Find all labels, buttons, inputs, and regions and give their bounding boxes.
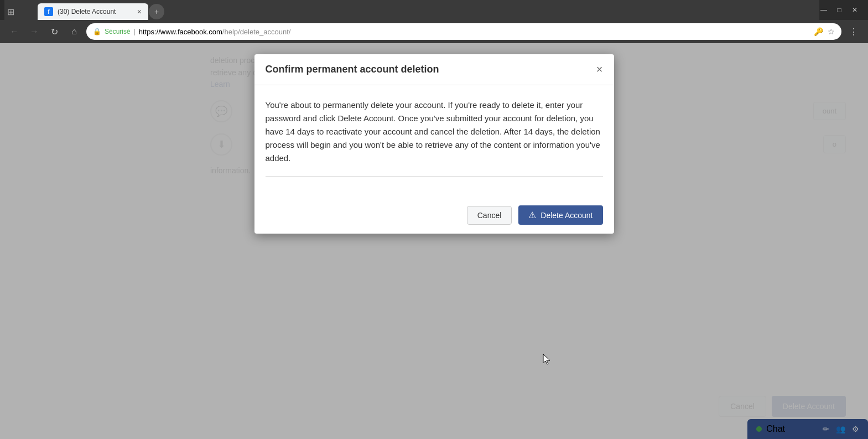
browser-menu-button[interactable]: ⋮ <box>846 24 861 39</box>
url-text: https://www.facebook.com/help/delete_acc… <box>139 28 810 36</box>
modal-header: Confirm permanent account deletion × <box>254 54 614 85</box>
browser-frame: ⊞ f (30) Delete Account × + — □ ✕ ← → ↻ … <box>0 0 868 439</box>
apps-icon[interactable]: ⊞ <box>4 6 17 18</box>
browser-menu: ⋮ <box>846 24 861 39</box>
address-bar: ← → ↻ ⌂ 🔒 Sécurisé | https://www.faceboo… <box>0 20 868 43</box>
modal-body: You're about to permanently delete your … <box>254 85 614 197</box>
reload-button[interactable]: ↻ <box>46 24 62 39</box>
secure-label: Sécurisé <box>105 28 131 35</box>
minimize-button[interactable]: — <box>819 6 828 14</box>
tab-title-text: (30) Delete Account <box>58 8 133 16</box>
dialog-overlay: Confirm permanent account deletion × You… <box>0 43 868 439</box>
tab-close-button[interactable]: × <box>137 7 142 16</box>
tab-favicon: f <box>44 7 53 16</box>
modal-title: Confirm permanent account deletion <box>266 64 439 75</box>
modal-body-text: You're about to permanently delete your … <box>266 99 603 165</box>
url-bar[interactable]: 🔒 Sécurisé | https://www.facebook.com/he… <box>86 23 841 40</box>
maximize-button[interactable]: □ <box>835 6 844 14</box>
page-content: f 🔍 Y Yoann Home Find Friends 👥 💬 31 <box>0 43 868 439</box>
modal-delete-button[interactable]: ⚠ Delete Account <box>518 205 602 225</box>
close-button[interactable]: ✕ <box>850 6 859 14</box>
modal-close-button[interactable]: × <box>596 63 603 76</box>
tab-bar: ⊞ f (30) Delete Account × + <box>4 0 819 20</box>
window-controls: — □ ✕ <box>819 6 864 14</box>
url-action-icons: 🔑 ☆ <box>814 27 835 36</box>
url-separator: | <box>134 28 136 35</box>
key-icon: 🔑 <box>814 27 823 36</box>
title-bar: ⊞ f (30) Delete Account × + — □ ✕ <box>0 0 868 20</box>
new-tab-button[interactable]: + <box>148 3 165 20</box>
lock-icon: 🔒 <box>93 28 101 35</box>
delete-account-modal: Confirm permanent account deletion × You… <box>254 54 614 234</box>
warning-icon: ⚠ <box>528 210 536 220</box>
modal-password-area <box>266 176 603 183</box>
modal-cancel-button[interactable]: Cancel <box>467 206 512 225</box>
delete-button-label: Delete Account <box>540 211 592 220</box>
star-icon[interactable]: ☆ <box>828 27 835 36</box>
forward-button[interactable]: → <box>27 24 42 39</box>
modal-footer: Cancel ⚠ Delete Account <box>254 197 614 234</box>
back-button[interactable]: ← <box>7 24 22 39</box>
home-button[interactable]: ⌂ <box>66 24 82 39</box>
tab-active[interactable]: f (30) Delete Account × <box>38 3 148 20</box>
